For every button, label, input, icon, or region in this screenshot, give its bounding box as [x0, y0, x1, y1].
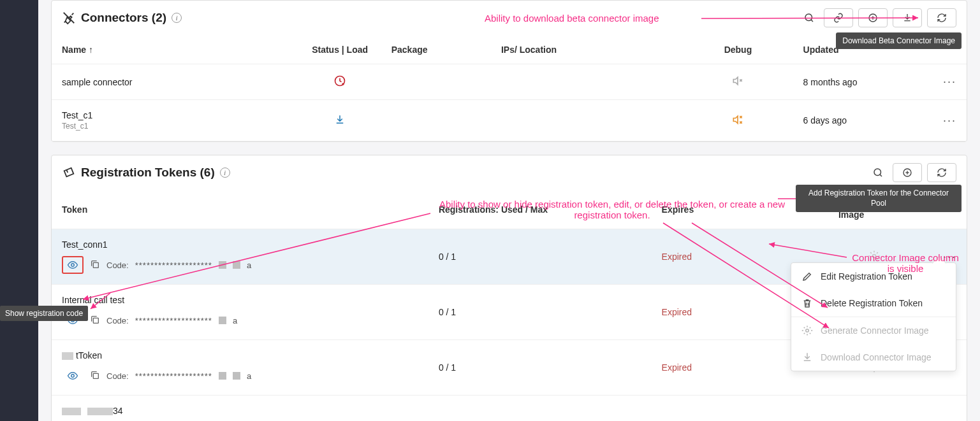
search-button[interactable] — [800, 8, 819, 27]
search-button[interactable] — [868, 163, 888, 182]
code-trailing: a — [247, 371, 251, 381]
tokens-panel: Registration Tokens (6) i Add Registrati… — [51, 155, 967, 421]
copy-code-button[interactable] — [90, 370, 100, 382]
connector-subname: Test_c1 — [62, 122, 289, 131]
expires-value: Expired — [662, 362, 692, 373]
connectors-table: Name ↑ Status | Load Package IPs/ Locati… — [52, 36, 967, 141]
add-button[interactable] — [858, 8, 888, 27]
svg-line-9 — [880, 175, 882, 176]
code-label: Code: — [106, 260, 129, 270]
copy-code-button[interactable] — [90, 315, 100, 327]
link-button[interactable] — [824, 8, 853, 27]
col-status[interactable]: Status | Load — [299, 36, 381, 64]
copy-code-button[interactable] — [90, 259, 100, 271]
token-name: Test_conn1 — [62, 239, 418, 250]
masked-box — [233, 372, 240, 380]
registrations-value: 0 / 1 — [428, 340, 652, 396]
show-code-tooltip: Show registration code — [0, 306, 88, 321]
download-beta-button[interactable] — [893, 8, 922, 27]
menu-delete-token[interactable]: Delete Registration Token — [791, 290, 956, 317]
svg-line-2 — [811, 20, 813, 22]
menu-edit-token[interactable]: Edit Registration Token — [791, 263, 956, 290]
code-mask: ******************** — [135, 371, 212, 381]
refresh-button[interactable] — [927, 8, 956, 27]
ticket-icon — [62, 166, 76, 180]
registrations-value — [428, 396, 652, 422]
token-actions-menu: Edit Registration Token Delete Registrat… — [791, 262, 956, 371]
add-token-button[interactable] — [893, 163, 922, 182]
connector-name: Test_c1 — [62, 110, 289, 120]
status-icon — [333, 79, 346, 89]
code-trailing: a — [247, 260, 251, 270]
show-code-button[interactable] — [62, 367, 84, 385]
show-code-button[interactable] — [62, 256, 84, 274]
row-actions-button[interactable]: ··· — [943, 250, 956, 263]
expires-value: Expired — [662, 307, 692, 317]
refresh-button[interactable] — [927, 163, 956, 182]
updated-text: 8 months ago — [793, 64, 930, 100]
col-debug[interactable]: Debug — [683, 36, 793, 64]
info-icon[interactable]: i — [220, 168, 230, 178]
svg-point-22 — [806, 329, 809, 332]
svg-point-15 — [873, 254, 876, 257]
debug-icon[interactable] — [731, 79, 744, 89]
expires-value: Expired — [662, 252, 692, 262]
col-ips[interactable]: IPs/ Location — [491, 36, 683, 64]
svg-point-8 — [874, 169, 881, 176]
code-label: Code: — [106, 316, 129, 325]
svg-rect-20 — [93, 373, 98, 378]
svg-point-7 — [342, 83, 344, 85]
connectors-panel: Connectors (2) i — [51, 0, 967, 142]
svg-point-19 — [71, 375, 75, 378]
svg-rect-17 — [93, 318, 98, 323]
registrations-value: 0 / 1 — [428, 229, 652, 285]
masked-box — [219, 261, 226, 269]
row-actions-button[interactable]: ··· — [943, 75, 956, 88]
svg-rect-14 — [93, 262, 98, 268]
panel-title: Registration Tokens (6) — [81, 166, 215, 180]
table-row[interactable]: 34 — [52, 396, 967, 422]
code-mask: ******************** — [135, 316, 212, 325]
status-icon — [334, 117, 346, 127]
svg-point-13 — [71, 264, 75, 267]
token-name: 34 — [62, 406, 418, 416]
masked-box — [219, 317, 226, 324]
menu-generate-image: Generate Connector Image — [791, 317, 956, 344]
left-nav-rail — [0, 0, 38, 421]
add-token-tooltip: Add Registration Token for the Connector… — [796, 185, 962, 212]
row-actions-button[interactable]: ··· — [943, 114, 956, 127]
col-package[interactable]: Package — [381, 36, 491, 64]
registrations-value: 0 / 1 — [428, 285, 652, 340]
updated-text: 6 days ago — [793, 100, 930, 141]
token-name: Internal call test — [62, 295, 418, 305]
col-registrations[interactable]: Registrations: Used / Max — [428, 190, 652, 229]
panel-title: Connectors (2) — [81, 11, 166, 25]
debug-icon[interactable] — [731, 118, 744, 128]
code-label: Code: — [106, 371, 129, 381]
col-name[interactable]: Name ↑ — [52, 36, 299, 64]
unplugged-icon — [62, 11, 76, 25]
download-beta-tooltip: Download Beta Connector Image — [836, 32, 962, 49]
code-mask: ******************** — [135, 260, 212, 270]
code-trailing: a — [233, 316, 237, 325]
masked-box — [219, 372, 226, 380]
masked-box — [233, 261, 240, 269]
svg-point-1 — [805, 14, 812, 21]
menu-download-image: Download Connector Image — [791, 344, 956, 371]
table-row[interactable]: sample connector8 months ago··· — [52, 64, 967, 100]
col-token[interactable]: Token — [52, 190, 428, 229]
token-name: tToken — [62, 350, 418, 360]
info-icon[interactable]: i — [172, 13, 182, 23]
connector-name: sample connector — [62, 77, 289, 87]
table-row[interactable]: Test_c1Test_c16 days ago··· — [52, 100, 967, 141]
